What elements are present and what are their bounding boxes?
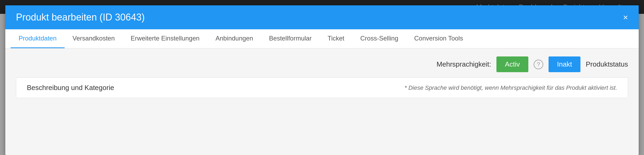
section-bar: Beschreibung und Kategorie * Diese Sprac… [16,78,628,98]
tab-bar: Produktdaten Versandkosten Erweiterte Ei… [5,29,639,48]
modal-close-button[interactable]: × [623,13,628,22]
tab-cross-selling[interactable]: Cross-Selling [352,29,406,48]
tab-conversion-tools[interactable]: Conversion Tools [406,29,471,48]
section-note: * Diese Sprache wird benötigt, wenn Mehr… [404,84,617,91]
inactive-button[interactable]: Inakt [549,56,580,72]
tab-produktdaten[interactable]: Produktdaten [11,29,65,48]
tab-erweiterte-einstellungen[interactable]: Erweiterte Einstellungen [123,29,208,48]
tab-versandkosten[interactable]: Versandkosten [65,29,123,48]
modal-dialog: Produkt bearbeiten (ID 30643) × Produktd… [5,5,639,155]
active-button[interactable]: Activ [496,56,528,72]
modal-title: Produkt bearbeiten (ID 30643) [16,12,145,23]
mehrsprachigkeit-label: Mehrsprachigkeit: [437,60,491,68]
produktstatus-label: Produktstatus [586,60,628,68]
controls-row: Mehrsprachigkeit: Activ ? Inakt Produkts… [5,48,639,78]
help-icon[interactable]: ? [534,60,543,69]
tab-ticket[interactable]: Ticket [320,29,352,48]
modal-header: Produkt bearbeiten (ID 30643) × [5,5,639,29]
tab-anbindungen[interactable]: Anbindungen [207,29,261,48]
section-title: Beschreibung und Kategorie [27,84,114,92]
tab-bestellformular[interactable]: Bestellformular [261,29,320,48]
